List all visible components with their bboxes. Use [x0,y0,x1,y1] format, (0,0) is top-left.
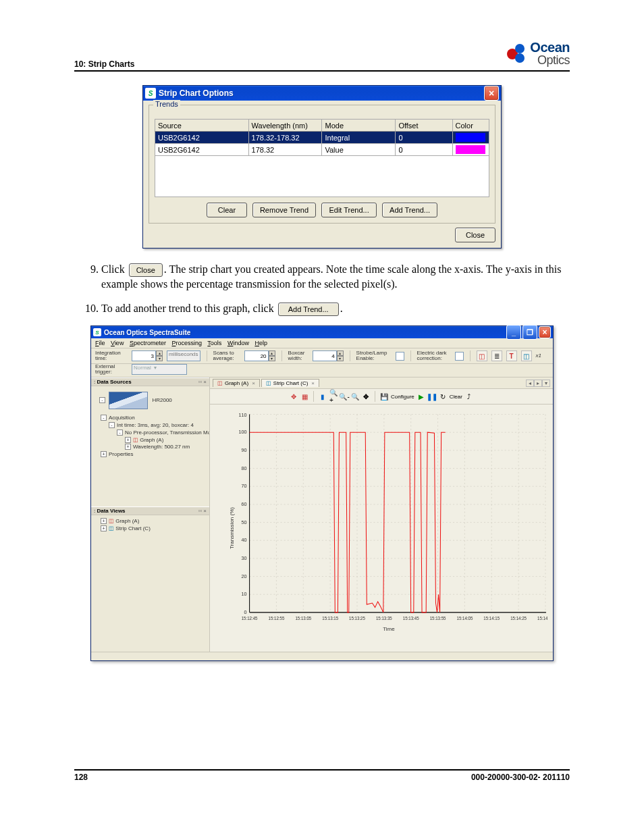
minimize-icon[interactable]: _ [506,325,521,340]
toolbar-icon-graph[interactable]: ◫ [521,350,532,361]
toolbar-icon-list[interactable]: ≣ [491,350,502,361]
zoom-out-icon[interactable]: 🔍- [340,392,348,400]
col-offset[interactable]: Offset [396,120,452,132]
scans-input[interactable] [244,350,269,361]
views-graph-a[interactable]: Graph (A) [115,518,139,524]
play-icon[interactable]: ▶ [417,392,425,400]
configure-link[interactable]: Configure [391,394,414,400]
toolbar-icon-chart[interactable]: ◫ [477,350,487,361]
tab-close-icon[interactable]: × [252,380,255,386]
clear-link[interactable]: Clear [450,394,462,400]
trends-table[interactable]: Source Wavelength (nm) Mode Offset Color… [155,119,489,156]
svg-text:15:13:45: 15:13:45 [403,616,419,621]
tree-toggle-icon[interactable]: + [101,451,107,457]
inline-close-button[interactable]: Close [129,263,163,277]
maximize-icon[interactable]: ❐ [522,325,537,340]
menu-bar[interactable]: File View Spectrometer Processing Tools … [91,338,553,348]
menu-processing[interactable]: Processing [171,340,202,346]
tree-toggle-icon[interactable]: + [101,525,107,531]
menu-help[interactable]: Help [254,340,267,346]
col-wavelength[interactable]: Wavelength (nm) [248,120,322,132]
scans-spinner[interactable]: ▴▾ [244,350,275,361]
tab-scroll-left-icon[interactable]: ◂ [526,380,534,387]
text: . The strip chart you created appears. N… [101,263,561,290]
dataviews-header[interactable]: : Data Views ▫▫× [91,506,209,515]
inline-add-trend-button[interactable]: Add Trend... [278,303,339,316]
wave-icon [506,43,527,64]
remove-trend-button[interactable]: Remove Trend [252,203,316,217]
pane-close-icon[interactable]: × [203,508,207,514]
tree-acquisition[interactable]: Acquisition [109,415,135,421]
boxcar-input[interactable] [313,350,337,361]
tab-scroll-right-icon[interactable]: ▸ [534,380,542,387]
svg-text:60: 60 [242,501,247,507]
external-trigger-combo[interactable]: Normal ▾ [132,364,187,375]
table-row[interactable]: USB2G6142 178.32 Value 0 [155,144,489,156]
app-titlebar[interactable]: S Ocean Optics SpectraSuite _ ❐ × [91,326,553,338]
pane-close-icon[interactable]: × [203,379,207,385]
pane-dock-icon[interactable]: ▫▫ [198,379,203,385]
tree-toggle-icon[interactable]: - [109,422,115,428]
refresh-icon[interactable]: ↻ [439,392,447,400]
tree-inttime[interactable]: Int time: 3ms, avg: 20, boxcar: 4 [117,422,194,428]
col-source[interactable]: Source [155,120,249,132]
dialog-title: Strip Chart Options [159,88,484,98]
tree-toggle-icon[interactable]: + [125,444,131,450]
grid-icon[interactable]: ▦ [300,392,308,400]
tree-graph-a[interactable]: Graph (A) [140,437,163,443]
menu-spectrometer[interactable]: Spectrometer [130,340,166,346]
table-row[interactable]: USB2G6142 178.32-178.32 Integral 0 [155,132,489,144]
pause-icon[interactable]: ❚❚ [428,392,436,400]
tree-toggle-icon[interactable]: + [101,518,107,524]
integration-time-spinner[interactable]: ▴▾ [132,350,163,361]
menu-window[interactable]: Window [227,340,249,346]
acquisition-toolbar-2: External trigger: Normal ▾ [91,364,553,377]
boxcar-spinner[interactable]: ▴▾ [313,350,344,361]
svg-text:70: 70 [242,483,247,489]
ruler-icon[interactable]: ▮ [319,392,327,400]
tree-noprep[interactable]: No Pre-processor, Transmission Mode [125,429,209,436]
trend-icon[interactable]: ⤴ [465,392,473,400]
close-button[interactable]: Close [455,228,495,242]
tree-toggle-icon[interactable]: - [117,429,123,436]
datasources-header[interactable]: : Data Sources ▫▫× [91,377,209,386]
add-trend-button[interactable]: Add Trend... [382,203,437,217]
pan-icon[interactable]: ✥ [362,392,370,400]
dataviews-tree[interactable]: +◫ Graph (A) +◫ Strip Chart (C) [91,515,209,652]
tree-wavelength[interactable]: Wavelength: 500.27 nm [133,444,190,450]
save-icon[interactable]: 💾 [380,392,388,400]
menu-tools[interactable]: Tools [207,340,221,346]
menu-file[interactable]: File [95,340,105,346]
tab-dropdown-icon[interactable]: ▾ [542,380,550,387]
tree-toggle-icon[interactable]: - [101,415,107,421]
integration-time-input[interactable] [132,350,156,361]
tree-properties[interactable]: Properties [109,451,133,457]
edark-checkbox[interactable] [455,352,464,361]
crosshair-icon[interactable]: ✥ [290,392,298,400]
tree-toggle-icon[interactable]: + [125,437,131,443]
spectrasuite-app-window: S Ocean Optics SpectraSuite _ ❐ × File V… [90,325,554,661]
close-icon[interactable]: × [484,86,499,101]
col-mode[interactable]: Mode [322,120,396,132]
y-axis-label: Transmission (%) [229,507,235,549]
close-icon[interactable]: × [539,326,551,338]
col-color[interactable]: Color [452,120,489,132]
clear-button[interactable]: Clear [207,203,247,217]
dialog-titlebar[interactable]: S Strip Chart Options × [143,86,501,101]
tab-close-icon[interactable]: × [311,380,315,386]
zoom-fit-icon[interactable]: 🔍 [351,392,359,400]
strobe-checkbox[interactable] [396,352,404,361]
views-strip-c[interactable]: Strip Chart (C) [115,525,151,531]
integration-unit-combo[interactable]: milliseconds [167,350,200,361]
tab-graph-a[interactable]: ◫Graph (A)× [213,379,260,387]
zoom-in-icon[interactable]: 🔍+ [329,392,338,400]
tree-toggle-icon[interactable]: - [99,397,105,403]
datasources-tree[interactable]: - HR2000 -Acquisition -Int time: 3ms, av… [91,386,209,506]
chart-toolbar: ✥ ▦ ▮ 🔍+ 🔍- 🔍 ✥ 💾 Configure ▶ ❚❚ ↻ [210,389,553,405]
toolbar-icon-t[interactable]: T [506,350,517,361]
pane-dock-icon[interactable]: ▫▫ [198,508,203,514]
edit-trend-button[interactable]: Edit Trend... [321,203,377,217]
menu-view[interactable]: View [111,340,124,346]
tab-strip-chart-c[interactable]: ◫Strip Chart (C)× [261,379,319,387]
chart-area[interactable]: Transmission (%) [210,405,553,652]
